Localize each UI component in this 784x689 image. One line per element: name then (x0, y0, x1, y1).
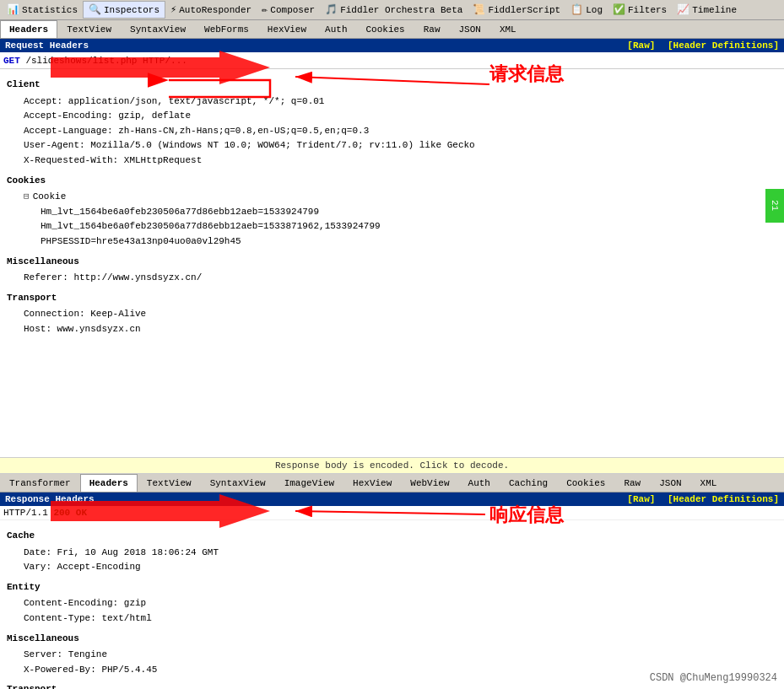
main-container: Headers TextView SyntaxView WebForms Hex… (0, 20, 784, 689)
request-section-header: Request Headers [Raw] [Header Definition… (0, 39, 784, 52)
response-raw-link[interactable]: [Raw] (627, 494, 655, 504)
tab-response-hexview[interactable]: HexView (343, 474, 401, 492)
client-accept-language: Accept-Language: zh-Hans-CN,zh-Hans;q=0.… (24, 124, 777, 139)
tab-response-cookies[interactable]: Cookies (557, 474, 614, 492)
cache-vary: Vary: Accept-Encoding (24, 560, 777, 575)
autoresponder-icon: ⚡ (170, 3, 176, 16)
entity-encoding: Content-Encoding: gzip (24, 596, 777, 611)
status-badge: 21 (765, 189, 784, 223)
http-status: 200 OK (53, 508, 87, 518)
entity-type: Content-Type: text/html (24, 611, 777, 627)
orchestra-icon: 🎵 (325, 3, 338, 16)
toolbar: 📊 Statistics 🔍 Inspectors ⚡ AutoResponde… (0, 0, 784, 20)
cookie-hm2: Hm_lvt_1564be6a0feb230506a77d86ebb12aeb=… (41, 219, 777, 234)
request-tab-bar: Headers TextView SyntaxView WebForms Hex… (0, 20, 784, 39)
request-raw-link[interactable]: [Raw] (627, 40, 655, 51)
misc-referer: Referer: http://www.ynsdsyzx.cn/ (24, 271, 777, 286)
toolbar-autoresponder[interactable]: ⚡ AutoResponder (165, 2, 257, 18)
response-panel: Cache Date: Fri, 10 Aug 2018 18:06:24 GM… (0, 520, 784, 689)
resp-transport-label: Transport (7, 682, 777, 689)
transport-connection: Connection: Keep-Alive (24, 307, 777, 322)
misc-group-label: Miscellaneous (7, 255, 777, 270)
http-version: HTTP/1.1 (3, 508, 53, 518)
tab-response-textview[interactable]: TextView (138, 474, 201, 492)
cookie-toggle[interactable]: ⊟ (24, 190, 30, 205)
request-headerdef-link[interactable]: [Header Definitions] (668, 40, 779, 51)
cache-group-label: Cache (7, 529, 777, 544)
response-section-header: Response Headers [Raw] [Header Definitio… (0, 493, 784, 506)
response-headerdef-link[interactable]: [Header Definitions] (668, 494, 779, 504)
request-section-title: Request Headers (5, 40, 89, 51)
request-url-bar: GET /slideshows/list.php HTTP/... (0, 52, 784, 69)
transport-host: Host: www.ynsdsyzx.cn (24, 322, 777, 337)
tab-response-headers[interactable]: Headers (80, 474, 138, 492)
tab-response-transformer[interactable]: Transformer (0, 474, 80, 492)
tab-request-auth[interactable]: Auth (316, 20, 356, 38)
composer-icon: ✏️ (262, 3, 268, 16)
cookie-phpsessid: PHPSESSID=hre5e43a13np04uo0a0vl29h45 (41, 234, 777, 250)
tab-response-json[interactable]: JSON (650, 474, 690, 492)
client-user-agent: User-Agent: Mozilla/5.0 (Windows NT 10.0… (24, 138, 777, 153)
cookie-tree: ⊟ Cookie Hm_lvt_1564be6a0feb230506a77d86… (24, 190, 777, 249)
tab-request-raw[interactable]: Raw (414, 20, 450, 38)
filters-icon: ✅ (613, 3, 625, 16)
cookies-group-label: Cookies (7, 174, 777, 189)
request-method: GET (3, 56, 20, 66)
inspectors-icon: 🔍 (89, 3, 101, 16)
tab-response-webview[interactable]: WebView (401, 474, 458, 492)
cache-date: Date: Fri, 10 Aug 2018 18:06:24 GMT (24, 546, 777, 561)
response-tab-bar: Transformer Headers TextView SyntaxView … (0, 474, 784, 493)
response-section-title: Response Headers (5, 494, 95, 504)
response-headers-content: Cache Date: Fri, 10 Aug 2018 18:06:24 GM… (0, 520, 784, 689)
cookie-label: Cookie (33, 190, 67, 205)
log-icon: 📋 (570, 3, 583, 16)
toolbar-composer[interactable]: ✏️ Composer (257, 2, 320, 18)
tab-request-textview[interactable]: TextView (57, 20, 121, 38)
tab-request-syntaxview[interactable]: SyntaxView (121, 20, 195, 38)
request-header-links: [Raw] [Header Definitions] (620, 40, 779, 51)
request-headers-content: Client Accept: application/json, text/ja… (0, 69, 784, 341)
request-panel: Client Accept: application/json, text/ja… (0, 69, 784, 457)
tab-request-xml[interactable]: XML (490, 20, 526, 38)
entity-group-label: Entity (7, 580, 777, 595)
tab-response-raw[interactable]: Raw (614, 474, 650, 492)
tab-request-webforms[interactable]: WebForms (195, 20, 258, 38)
cookie-tree-item: ⊟ Cookie (24, 190, 777, 205)
client-accept: Accept: application/json, text/javascrip… (24, 94, 777, 110)
cookie-hm1: Hm_lvt_1564be6a0feb230506a77d86ebb12aeb=… (41, 205, 777, 220)
tab-response-caching[interactable]: Caching (500, 474, 557, 492)
tab-request-json[interactable]: JSON (450, 20, 490, 38)
resp-misc-xpowered: X-Powered-By: PHP/5.4.45 (24, 663, 777, 678)
toolbar-log[interactable]: 📋 Log (565, 2, 608, 18)
tab-response-syntaxview[interactable]: SyntaxView (201, 474, 275, 492)
toolbar-orchestra[interactable]: 🎵 Fiddler Orchestra Beta (320, 2, 468, 18)
toolbar-filters[interactable]: ✅ Filters (608, 2, 672, 18)
timeline-icon: 📈 (677, 3, 689, 16)
client-group-label: Client (7, 78, 777, 93)
statistics-icon: 📊 (7, 3, 19, 16)
client-x-requested: X-Requested-With: XMLHttpRequest (24, 153, 777, 169)
response-divider[interactable]: Response body is encoded. Click to decod… (0, 457, 784, 474)
toolbar-timeline[interactable]: 📈 Timeline (672, 2, 742, 18)
tab-request-cookies[interactable]: Cookies (356, 20, 414, 38)
transport-group-label: Transport (7, 291, 777, 306)
tab-response-xml[interactable]: XML (691, 474, 727, 492)
response-status-line: HTTP/1.1 200 OK (0, 506, 784, 520)
tab-request-headers[interactable]: Headers (0, 20, 57, 38)
tab-request-hexview[interactable]: HexView (258, 20, 316, 38)
request-url: /slideshows/list.php HTTP/... (20, 56, 187, 66)
resp-misc-group-label: Miscellaneous (7, 632, 777, 647)
response-header-links: [Raw] [Header Definitions] (620, 494, 779, 504)
client-accept-encoding: Accept-Encoding: gzip, deflate (24, 109, 777, 124)
tab-response-auth[interactable]: Auth (459, 474, 500, 492)
toolbar-statistics[interactable]: 📊 Statistics (2, 2, 83, 18)
resp-misc-server: Server: Tengine (24, 648, 777, 663)
fiddlerscript-icon: 📜 (473, 3, 485, 16)
toolbar-inspectors[interactable]: 🔍 Inspectors (83, 1, 165, 19)
toolbar-fiddlerscript[interactable]: 📜 FiddlerScript (468, 2, 565, 18)
tab-response-imageview[interactable]: ImageView (275, 474, 343, 492)
